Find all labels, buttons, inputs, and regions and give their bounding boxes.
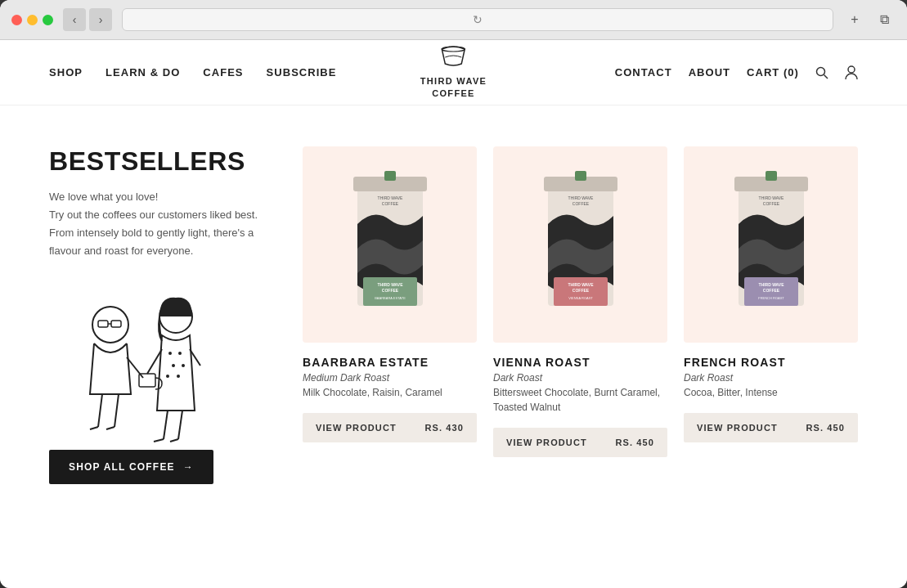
- product-image-french: THIRD WAVE COFFEE FRENCH ROAST THIRD WAV…: [684, 146, 858, 343]
- svg-text:COFFEE: COFFEE: [762, 288, 779, 293]
- main-section: BESTSELLERS We love what you love! Try o…: [0, 105, 907, 525]
- svg-line-19: [178, 411, 182, 439]
- product-card-vienna[interactable]: THIRD WAVE COFFEE VIENNA ROAST THIRD WAV…: [493, 146, 667, 484]
- logo[interactable]: THIRD WAVE COFFEE: [420, 46, 487, 99]
- product-roast-baarbara: Medium Dark Roast: [303, 372, 477, 384]
- product-price-french: RS. 450: [806, 423, 845, 433]
- traffic-lights: [11, 15, 53, 25]
- browser-actions: + ⧉: [843, 8, 896, 31]
- product-card-french[interactable]: THIRD WAVE COFFEE FRENCH ROAST THIRD WAV…: [684, 146, 858, 484]
- user-icon: [845, 65, 858, 80]
- product-name-baarbara: BAARBARA ESTATE: [303, 356, 477, 369]
- bag-svg-french: THIRD WAVE COFFEE FRENCH ROAST THIRD WAV…: [726, 159, 816, 330]
- minimize-button[interactable]: [27, 15, 38, 25]
- svg-text:COFFEE: COFFEE: [381, 288, 398, 293]
- nav-cafes[interactable]: CAFES: [203, 66, 243, 79]
- nav-buttons: ‹ ›: [63, 8, 112, 31]
- bag-svg-vienna: THIRD WAVE COFFEE VIENNA ROAST THIRD WAV…: [536, 159, 626, 330]
- nav-contact[interactable]: CONTACT: [615, 66, 672, 79]
- back-button[interactable]: ‹: [63, 8, 86, 31]
- svg-text:COFFEE: COFFEE: [572, 201, 589, 206]
- product-image-baarbara: THIRD WAVE COFFEE BAARBARA ESTATE THIRD …: [303, 146, 477, 343]
- svg-line-2: [824, 74, 828, 79]
- product-notes-vienna: Bittersweet Chocolate, Burnt Caramel, To…: [493, 385, 667, 415]
- svg-rect-40: [766, 171, 777, 181]
- svg-point-0: [442, 47, 465, 52]
- svg-point-12: [168, 352, 172, 355]
- page-content: SHOP LEARN & DO CAFES SUBSCRIBE THIRD WA…: [0, 40, 907, 588]
- tabs-button[interactable]: ⧉: [873, 8, 896, 31]
- product-name-vienna: VIENNA ROAST: [493, 356, 667, 369]
- view-product-label: VIEW PRODUCT: [316, 423, 397, 433]
- product-price-vienna: RS. 450: [616, 438, 654, 447]
- user-button[interactable]: [845, 65, 858, 80]
- svg-point-1: [817, 67, 825, 75]
- address-bar[interactable]: ↻: [122, 8, 833, 31]
- svg-text:BAARBARA ESTATE: BAARBARA ESTATE: [375, 296, 406, 300]
- site-header: SHOP LEARN & DO CAFES SUBSCRIBE THIRD WA…: [0, 40, 907, 105]
- refresh-icon: ↻: [473, 13, 483, 26]
- logo-icon: [438, 46, 468, 74]
- svg-point-13: [178, 352, 182, 355]
- svg-point-16: [166, 375, 169, 378]
- view-product-label-vienna: VIEW PRODUCT: [506, 438, 587, 447]
- logo-text: THIRD WAVE COFFEE: [420, 75, 487, 99]
- maximize-button[interactable]: [43, 15, 53, 25]
- nav-subscribe[interactable]: SUBSCRIBE: [267, 66, 337, 79]
- svg-line-18: [164, 411, 168, 439]
- nav-right: CONTACT ABOUT CART (0): [615, 65, 858, 80]
- svg-rect-5: [98, 321, 108, 327]
- bestsellers-title: BESTSELLERS: [49, 146, 278, 177]
- browser-chrome: ‹ › ↻ + ⧉: [0, 0, 907, 40]
- view-product-vienna[interactable]: VIEW PRODUCT RS. 450: [493, 428, 667, 457]
- shop-all-label: SHOP ALL COFFEE: [69, 461, 175, 473]
- svg-point-14: [172, 364, 175, 367]
- nav-learn[interactable]: LEARN & DO: [106, 66, 180, 79]
- products-grid: THIRD WAVE COFFEE BAARBARA ESTATE THIRD …: [303, 146, 858, 484]
- view-product-label-french: VIEW PRODUCT: [697, 423, 778, 433]
- view-product-baarbara[interactable]: VIEW PRODUCT RS. 430: [303, 413, 477, 442]
- search-button[interactable]: [815, 66, 828, 79]
- product-notes-french: Cocoa, Bitter, Intense: [684, 385, 858, 400]
- arrow-icon: →: [183, 461, 194, 473]
- product-roast-french: Dark Roast: [684, 372, 858, 384]
- nav-cart[interactable]: CART (0): [747, 66, 799, 79]
- svg-text:COFFEE: COFFEE: [762, 201, 779, 206]
- svg-line-10: [114, 394, 119, 427]
- svg-text:FRENCH ROAST: FRENCH ROAST: [758, 296, 784, 300]
- svg-line-9: [98, 394, 102, 427]
- new-tab-button[interactable]: +: [843, 8, 866, 31]
- svg-text:COFFEE: COFFEE: [381, 201, 398, 206]
- svg-text:THIRD WAVE: THIRD WAVE: [568, 282, 594, 287]
- svg-rect-22: [384, 171, 396, 181]
- svg-text:THIRD WAVE: THIRD WAVE: [377, 195, 402, 200]
- svg-point-17: [177, 375, 180, 378]
- bestsellers-desc: We love what you love! Try out the coffe…: [49, 188, 278, 260]
- nav-about[interactable]: ABOUT: [689, 66, 730, 79]
- bag-svg-baarbara: THIRD WAVE COFFEE BAARBARA ESTATE THIRD …: [345, 159, 435, 330]
- svg-rect-6: [111, 321, 121, 327]
- svg-text:COFFEE: COFFEE: [572, 288, 589, 293]
- svg-text:THIRD WAVE: THIRD WAVE: [377, 282, 403, 287]
- nav-left: SHOP LEARN & DO CAFES SUBSCRIBE: [49, 66, 337, 79]
- product-card-baarbara[interactable]: THIRD WAVE COFFEE BAARBARA ESTATE THIRD …: [303, 146, 477, 484]
- svg-point-15: [182, 364, 185, 367]
- close-button[interactable]: [11, 15, 22, 25]
- product-image-vienna: THIRD WAVE COFFEE VIENNA ROAST THIRD WAV…: [493, 146, 667, 343]
- product-roast-vienna: Dark Roast: [493, 372, 667, 384]
- browser-window: ‹ › ↻ + ⧉ SHOP LEARN & DO CAFES SUBSCRIB…: [0, 0, 907, 588]
- illustration: [49, 280, 213, 427]
- svg-point-3: [848, 66, 855, 73]
- nav-shop[interactable]: SHOP: [49, 66, 83, 79]
- search-icon: [815, 66, 828, 79]
- view-product-french[interactable]: VIEW PRODUCT RS. 450: [684, 413, 858, 442]
- shop-all-button[interactable]: SHOP ALL COFFEE →: [49, 450, 213, 484]
- forward-button[interactable]: ›: [89, 8, 112, 31]
- svg-text:THIRD WAVE: THIRD WAVE: [568, 195, 593, 200]
- product-price-baarbara: RS. 430: [425, 423, 464, 433]
- svg-text:VIENNA ROAST: VIENNA ROAST: [568, 296, 593, 300]
- svg-text:THIRD WAVE: THIRD WAVE: [758, 195, 784, 200]
- product-notes-baarbara: Milk Chocolate, Raisin, Caramel: [303, 385, 477, 400]
- svg-text:THIRD WAVE: THIRD WAVE: [758, 282, 784, 287]
- left-panel: BESTSELLERS We love what you love! Try o…: [49, 146, 278, 484]
